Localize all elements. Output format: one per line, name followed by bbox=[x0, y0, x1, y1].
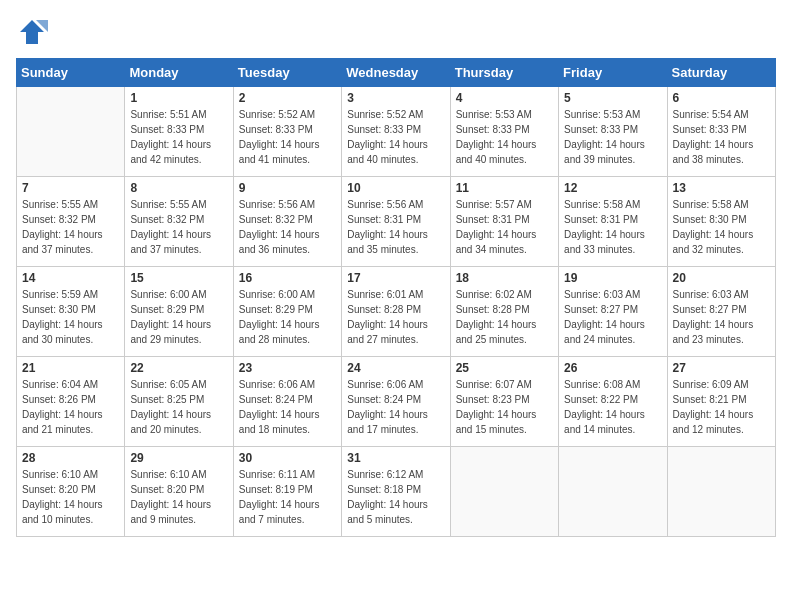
calendar-header-wednesday: Wednesday bbox=[342, 59, 450, 87]
day-number: 27 bbox=[673, 361, 770, 375]
day-info: Sunrise: 6:05 AMSunset: 8:25 PMDaylight:… bbox=[130, 377, 227, 437]
day-info: Sunrise: 5:58 AMSunset: 8:31 PMDaylight:… bbox=[564, 197, 661, 257]
day-cell: 31Sunrise: 6:12 AMSunset: 8:18 PMDayligh… bbox=[342, 447, 450, 537]
day-cell: 24Sunrise: 6:06 AMSunset: 8:24 PMDayligh… bbox=[342, 357, 450, 447]
day-cell: 28Sunrise: 6:10 AMSunset: 8:20 PMDayligh… bbox=[17, 447, 125, 537]
day-cell: 2Sunrise: 5:52 AMSunset: 8:33 PMDaylight… bbox=[233, 87, 341, 177]
day-info: Sunrise: 6:08 AMSunset: 8:22 PMDaylight:… bbox=[564, 377, 661, 437]
day-info: Sunrise: 5:57 AMSunset: 8:31 PMDaylight:… bbox=[456, 197, 553, 257]
day-cell bbox=[17, 87, 125, 177]
day-info: Sunrise: 5:52 AMSunset: 8:33 PMDaylight:… bbox=[347, 107, 444, 167]
day-info: Sunrise: 5:53 AMSunset: 8:33 PMDaylight:… bbox=[564, 107, 661, 167]
day-number: 12 bbox=[564, 181, 661, 195]
day-info: Sunrise: 5:55 AMSunset: 8:32 PMDaylight:… bbox=[130, 197, 227, 257]
day-cell: 3Sunrise: 5:52 AMSunset: 8:33 PMDaylight… bbox=[342, 87, 450, 177]
calendar-header-monday: Monday bbox=[125, 59, 233, 87]
calendar-header-saturday: Saturday bbox=[667, 59, 775, 87]
week-row-5: 28Sunrise: 6:10 AMSunset: 8:20 PMDayligh… bbox=[17, 447, 776, 537]
day-info: Sunrise: 6:00 AMSunset: 8:29 PMDaylight:… bbox=[239, 287, 336, 347]
day-info: Sunrise: 6:01 AMSunset: 8:28 PMDaylight:… bbox=[347, 287, 444, 347]
page-header bbox=[16, 16, 776, 52]
day-number: 26 bbox=[564, 361, 661, 375]
day-info: Sunrise: 6:12 AMSunset: 8:18 PMDaylight:… bbox=[347, 467, 444, 527]
day-info: Sunrise: 5:51 AMSunset: 8:33 PMDaylight:… bbox=[130, 107, 227, 167]
day-cell: 18Sunrise: 6:02 AMSunset: 8:28 PMDayligh… bbox=[450, 267, 558, 357]
day-number: 6 bbox=[673, 91, 770, 105]
day-info: Sunrise: 6:07 AMSunset: 8:23 PMDaylight:… bbox=[456, 377, 553, 437]
day-number: 25 bbox=[456, 361, 553, 375]
day-number: 23 bbox=[239, 361, 336, 375]
day-info: Sunrise: 6:06 AMSunset: 8:24 PMDaylight:… bbox=[347, 377, 444, 437]
day-cell: 30Sunrise: 6:11 AMSunset: 8:19 PMDayligh… bbox=[233, 447, 341, 537]
day-number: 19 bbox=[564, 271, 661, 285]
calendar-header-friday: Friday bbox=[559, 59, 667, 87]
day-info: Sunrise: 6:10 AMSunset: 8:20 PMDaylight:… bbox=[22, 467, 119, 527]
day-cell: 14Sunrise: 5:59 AMSunset: 8:30 PMDayligh… bbox=[17, 267, 125, 357]
day-info: Sunrise: 6:11 AMSunset: 8:19 PMDaylight:… bbox=[239, 467, 336, 527]
day-info: Sunrise: 5:54 AMSunset: 8:33 PMDaylight:… bbox=[673, 107, 770, 167]
day-number: 9 bbox=[239, 181, 336, 195]
calendar-header-sunday: Sunday bbox=[17, 59, 125, 87]
day-info: Sunrise: 5:56 AMSunset: 8:31 PMDaylight:… bbox=[347, 197, 444, 257]
day-cell: 19Sunrise: 6:03 AMSunset: 8:27 PMDayligh… bbox=[559, 267, 667, 357]
day-number: 31 bbox=[347, 451, 444, 465]
day-cell: 17Sunrise: 6:01 AMSunset: 8:28 PMDayligh… bbox=[342, 267, 450, 357]
day-info: Sunrise: 6:02 AMSunset: 8:28 PMDaylight:… bbox=[456, 287, 553, 347]
day-number: 24 bbox=[347, 361, 444, 375]
day-cell: 22Sunrise: 6:05 AMSunset: 8:25 PMDayligh… bbox=[125, 357, 233, 447]
day-cell bbox=[559, 447, 667, 537]
day-cell: 4Sunrise: 5:53 AMSunset: 8:33 PMDaylight… bbox=[450, 87, 558, 177]
day-number: 14 bbox=[22, 271, 119, 285]
calendar-header-row: SundayMondayTuesdayWednesdayThursdayFrid… bbox=[17, 59, 776, 87]
day-info: Sunrise: 5:52 AMSunset: 8:33 PMDaylight:… bbox=[239, 107, 336, 167]
day-number: 3 bbox=[347, 91, 444, 105]
day-number: 16 bbox=[239, 271, 336, 285]
week-row-4: 21Sunrise: 6:04 AMSunset: 8:26 PMDayligh… bbox=[17, 357, 776, 447]
calendar-header-thursday: Thursday bbox=[450, 59, 558, 87]
day-cell bbox=[667, 447, 775, 537]
logo-icon bbox=[16, 16, 48, 52]
day-number: 22 bbox=[130, 361, 227, 375]
day-cell: 23Sunrise: 6:06 AMSunset: 8:24 PMDayligh… bbox=[233, 357, 341, 447]
day-cell: 1Sunrise: 5:51 AMSunset: 8:33 PMDaylight… bbox=[125, 87, 233, 177]
day-info: Sunrise: 6:09 AMSunset: 8:21 PMDaylight:… bbox=[673, 377, 770, 437]
day-number: 1 bbox=[130, 91, 227, 105]
logo bbox=[16, 16, 52, 52]
day-cell: 9Sunrise: 5:56 AMSunset: 8:32 PMDaylight… bbox=[233, 177, 341, 267]
day-number: 8 bbox=[130, 181, 227, 195]
day-number: 7 bbox=[22, 181, 119, 195]
day-number: 30 bbox=[239, 451, 336, 465]
day-number: 13 bbox=[673, 181, 770, 195]
day-info: Sunrise: 5:56 AMSunset: 8:32 PMDaylight:… bbox=[239, 197, 336, 257]
week-row-3: 14Sunrise: 5:59 AMSunset: 8:30 PMDayligh… bbox=[17, 267, 776, 357]
day-info: Sunrise: 6:06 AMSunset: 8:24 PMDaylight:… bbox=[239, 377, 336, 437]
day-cell: 16Sunrise: 6:00 AMSunset: 8:29 PMDayligh… bbox=[233, 267, 341, 357]
day-cell: 7Sunrise: 5:55 AMSunset: 8:32 PMDaylight… bbox=[17, 177, 125, 267]
day-cell: 13Sunrise: 5:58 AMSunset: 8:30 PMDayligh… bbox=[667, 177, 775, 267]
day-info: Sunrise: 6:03 AMSunset: 8:27 PMDaylight:… bbox=[564, 287, 661, 347]
day-cell: 21Sunrise: 6:04 AMSunset: 8:26 PMDayligh… bbox=[17, 357, 125, 447]
day-number: 20 bbox=[673, 271, 770, 285]
day-info: Sunrise: 6:04 AMSunset: 8:26 PMDaylight:… bbox=[22, 377, 119, 437]
day-info: Sunrise: 6:03 AMSunset: 8:27 PMDaylight:… bbox=[673, 287, 770, 347]
week-row-2: 7Sunrise: 5:55 AMSunset: 8:32 PMDaylight… bbox=[17, 177, 776, 267]
day-number: 10 bbox=[347, 181, 444, 195]
day-cell: 12Sunrise: 5:58 AMSunset: 8:31 PMDayligh… bbox=[559, 177, 667, 267]
calendar-table: SundayMondayTuesdayWednesdayThursdayFrid… bbox=[16, 58, 776, 537]
day-info: Sunrise: 5:59 AMSunset: 8:30 PMDaylight:… bbox=[22, 287, 119, 347]
calendar-header-tuesday: Tuesday bbox=[233, 59, 341, 87]
day-cell: 11Sunrise: 5:57 AMSunset: 8:31 PMDayligh… bbox=[450, 177, 558, 267]
day-number: 21 bbox=[22, 361, 119, 375]
day-number: 17 bbox=[347, 271, 444, 285]
day-info: Sunrise: 5:58 AMSunset: 8:30 PMDaylight:… bbox=[673, 197, 770, 257]
day-cell bbox=[450, 447, 558, 537]
day-number: 28 bbox=[22, 451, 119, 465]
day-cell: 15Sunrise: 6:00 AMSunset: 8:29 PMDayligh… bbox=[125, 267, 233, 357]
week-row-1: 1Sunrise: 5:51 AMSunset: 8:33 PMDaylight… bbox=[17, 87, 776, 177]
day-number: 2 bbox=[239, 91, 336, 105]
day-number: 15 bbox=[130, 271, 227, 285]
day-cell: 6Sunrise: 5:54 AMSunset: 8:33 PMDaylight… bbox=[667, 87, 775, 177]
day-number: 18 bbox=[456, 271, 553, 285]
day-info: Sunrise: 5:55 AMSunset: 8:32 PMDaylight:… bbox=[22, 197, 119, 257]
day-info: Sunrise: 6:10 AMSunset: 8:20 PMDaylight:… bbox=[130, 467, 227, 527]
